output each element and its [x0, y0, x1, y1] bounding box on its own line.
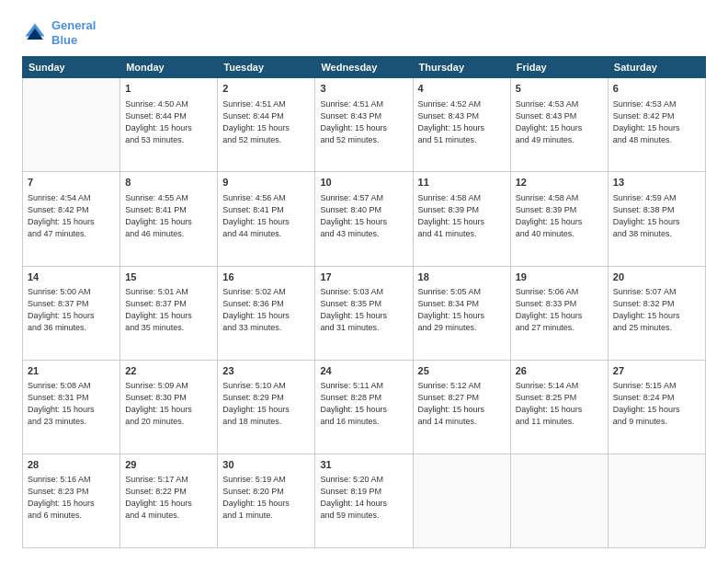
calendar-cell: 8Sunrise: 4:55 AM Sunset: 8:41 PM Daylig…	[120, 172, 218, 266]
calendar-cell: 26Sunrise: 5:14 AM Sunset: 8:25 PM Dayli…	[510, 360, 608, 454]
page: General Blue SundayMondayTuesdayWednesda…	[0, 0, 728, 563]
calendar-cell: 4Sunrise: 4:52 AM Sunset: 8:43 PM Daylig…	[413, 78, 510, 172]
weekday-header-tuesday: Tuesday	[218, 57, 315, 78]
day-info: Sunrise: 4:50 AM Sunset: 8:44 PM Dayligh…	[125, 98, 212, 146]
calendar-cell	[23, 78, 120, 172]
weekday-header-friday: Friday	[510, 57, 608, 78]
logo: General Blue	[22, 18, 96, 47]
calendar-body: 1Sunrise: 4:50 AM Sunset: 8:44 PM Daylig…	[23, 78, 706, 548]
day-number: 24	[320, 364, 407, 378]
day-number: 26	[516, 364, 603, 378]
calendar-header-row: SundayMondayTuesdayWednesdayThursdayFrid…	[23, 57, 706, 78]
week-row-3: 14Sunrise: 5:00 AM Sunset: 8:37 PM Dayli…	[23, 266, 706, 360]
calendar-cell: 16Sunrise: 5:02 AM Sunset: 8:36 PM Dayli…	[218, 266, 315, 360]
day-number: 11	[418, 176, 506, 190]
calendar-cell	[608, 454, 705, 547]
day-info: Sunrise: 5:07 AM Sunset: 8:32 PM Dayligh…	[613, 286, 700, 334]
day-number: 4	[418, 82, 506, 96]
day-info: Sunrise: 5:19 AM Sunset: 8:20 PM Dayligh…	[222, 474, 310, 522]
day-info: Sunrise: 5:01 AM Sunset: 8:37 PM Dayligh…	[125, 286, 212, 334]
day-info: Sunrise: 5:12 AM Sunset: 8:27 PM Dayligh…	[418, 380, 506, 428]
calendar-cell: 9Sunrise: 4:56 AM Sunset: 8:41 PM Daylig…	[218, 172, 315, 266]
day-info: Sunrise: 4:51 AM Sunset: 8:44 PM Dayligh…	[222, 98, 310, 146]
weekday-header-sunday: Sunday	[23, 57, 120, 78]
day-number: 20	[613, 270, 700, 284]
calendar-cell: 24Sunrise: 5:11 AM Sunset: 8:28 PM Dayli…	[315, 360, 413, 454]
day-number: 19	[516, 270, 603, 284]
weekday-header-monday: Monday	[120, 57, 218, 78]
calendar-cell: 30Sunrise: 5:19 AM Sunset: 8:20 PM Dayli…	[218, 454, 315, 547]
week-row-5: 28Sunrise: 5:16 AM Sunset: 8:23 PM Dayli…	[23, 454, 706, 547]
calendar-cell: 7Sunrise: 4:54 AM Sunset: 8:42 PM Daylig…	[23, 172, 120, 266]
day-info: Sunrise: 4:53 AM Sunset: 8:43 PM Dayligh…	[516, 98, 603, 146]
calendar-cell: 28Sunrise: 5:16 AM Sunset: 8:23 PM Dayli…	[23, 454, 120, 547]
day-number: 31	[320, 458, 407, 472]
calendar-cell: 31Sunrise: 5:20 AM Sunset: 8:19 PM Dayli…	[315, 454, 413, 547]
header: General Blue	[22, 18, 706, 47]
calendar-cell: 23Sunrise: 5:10 AM Sunset: 8:29 PM Dayli…	[218, 360, 315, 454]
day-info: Sunrise: 4:52 AM Sunset: 8:43 PM Dayligh…	[418, 98, 506, 146]
day-info: Sunrise: 5:10 AM Sunset: 8:29 PM Dayligh…	[222, 380, 310, 428]
calendar-cell: 10Sunrise: 4:57 AM Sunset: 8:40 PM Dayli…	[315, 172, 413, 266]
day-info: Sunrise: 5:17 AM Sunset: 8:22 PM Dayligh…	[125, 474, 212, 522]
calendar-cell: 18Sunrise: 5:05 AM Sunset: 8:34 PM Dayli…	[413, 266, 510, 360]
calendar-cell: 2Sunrise: 4:51 AM Sunset: 8:44 PM Daylig…	[218, 78, 315, 172]
day-info: Sunrise: 5:02 AM Sunset: 8:36 PM Dayligh…	[222, 286, 310, 334]
day-number: 6	[613, 82, 700, 96]
day-number: 30	[222, 458, 310, 472]
calendar-cell	[510, 454, 608, 547]
day-number: 10	[320, 176, 407, 190]
weekday-header-thursday: Thursday	[413, 57, 510, 78]
day-number: 7	[28, 176, 115, 190]
calendar-cell: 22Sunrise: 5:09 AM Sunset: 8:30 PM Dayli…	[120, 360, 218, 454]
day-number: 25	[418, 364, 506, 378]
calendar-cell: 5Sunrise: 4:53 AM Sunset: 8:43 PM Daylig…	[510, 78, 608, 172]
calendar-cell: 27Sunrise: 5:15 AM Sunset: 8:24 PM Dayli…	[608, 360, 705, 454]
calendar-cell: 12Sunrise: 4:58 AM Sunset: 8:39 PM Dayli…	[510, 172, 608, 266]
day-number: 23	[222, 364, 310, 378]
weekday-header-saturday: Saturday	[608, 57, 705, 78]
day-number: 13	[613, 176, 700, 190]
logo-icon	[22, 20, 48, 46]
day-info: Sunrise: 5:16 AM Sunset: 8:23 PM Dayligh…	[28, 474, 115, 522]
calendar-cell: 3Sunrise: 4:51 AM Sunset: 8:43 PM Daylig…	[315, 78, 413, 172]
calendar-cell: 11Sunrise: 4:58 AM Sunset: 8:39 PM Dayli…	[413, 172, 510, 266]
day-info: Sunrise: 5:03 AM Sunset: 8:35 PM Dayligh…	[320, 286, 407, 334]
day-number: 8	[125, 176, 212, 190]
day-number: 29	[125, 458, 212, 472]
calendar-cell: 17Sunrise: 5:03 AM Sunset: 8:35 PM Dayli…	[315, 266, 413, 360]
day-number: 16	[222, 270, 310, 284]
day-number: 27	[613, 364, 700, 378]
logo-text: General Blue	[51, 18, 96, 47]
week-row-2: 7Sunrise: 4:54 AM Sunset: 8:42 PM Daylig…	[23, 172, 706, 266]
calendar-cell: 19Sunrise: 5:06 AM Sunset: 8:33 PM Dayli…	[510, 266, 608, 360]
day-info: Sunrise: 4:55 AM Sunset: 8:41 PM Dayligh…	[125, 192, 212, 240]
calendar-cell: 1Sunrise: 4:50 AM Sunset: 8:44 PM Daylig…	[120, 78, 218, 172]
day-info: Sunrise: 4:58 AM Sunset: 8:39 PM Dayligh…	[418, 192, 506, 240]
day-info: Sunrise: 5:05 AM Sunset: 8:34 PM Dayligh…	[418, 286, 506, 334]
calendar-cell: 6Sunrise: 4:53 AM Sunset: 8:42 PM Daylig…	[608, 78, 705, 172]
calendar-table: SundayMondayTuesdayWednesdayThursdayFrid…	[22, 56, 706, 548]
day-info: Sunrise: 5:09 AM Sunset: 8:30 PM Dayligh…	[125, 380, 212, 428]
day-info: Sunrise: 5:15 AM Sunset: 8:24 PM Dayligh…	[613, 380, 700, 428]
calendar-cell	[413, 454, 510, 547]
day-info: Sunrise: 5:08 AM Sunset: 8:31 PM Dayligh…	[28, 380, 115, 428]
calendar-cell: 21Sunrise: 5:08 AM Sunset: 8:31 PM Dayli…	[23, 360, 120, 454]
day-info: Sunrise: 4:53 AM Sunset: 8:42 PM Dayligh…	[613, 98, 700, 146]
day-number: 12	[516, 176, 603, 190]
day-number: 21	[28, 364, 115, 378]
weekday-header-wednesday: Wednesday	[315, 57, 413, 78]
day-info: Sunrise: 5:00 AM Sunset: 8:37 PM Dayligh…	[28, 286, 115, 334]
day-info: Sunrise: 5:14 AM Sunset: 8:25 PM Dayligh…	[516, 380, 603, 428]
day-number: 5	[516, 82, 603, 96]
day-number: 17	[320, 270, 407, 284]
day-number: 18	[418, 270, 506, 284]
week-row-1: 1Sunrise: 4:50 AM Sunset: 8:44 PM Daylig…	[23, 78, 706, 172]
day-info: Sunrise: 4:57 AM Sunset: 8:40 PM Dayligh…	[320, 192, 407, 240]
day-number: 22	[125, 364, 212, 378]
week-row-4: 21Sunrise: 5:08 AM Sunset: 8:31 PM Dayli…	[23, 360, 706, 454]
day-number: 1	[125, 82, 212, 96]
day-info: Sunrise: 4:58 AM Sunset: 8:39 PM Dayligh…	[516, 192, 603, 240]
day-info: Sunrise: 5:06 AM Sunset: 8:33 PM Dayligh…	[516, 286, 603, 334]
day-info: Sunrise: 4:54 AM Sunset: 8:42 PM Dayligh…	[28, 192, 115, 240]
